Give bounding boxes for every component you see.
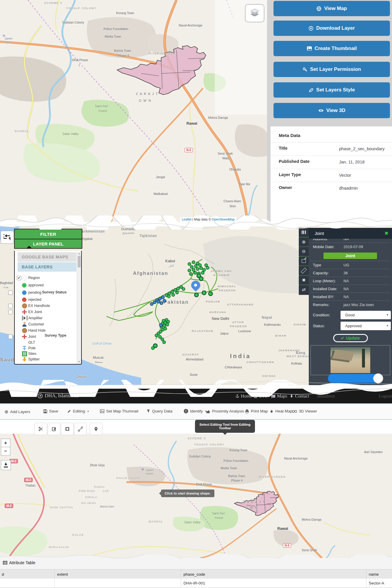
survey-map-section[interactable]: TurkmenistanAshgabatDushanbeДушанбеTajik… bbox=[0, 226, 392, 385]
column-header-name[interactable]: name bbox=[366, 569, 392, 579]
scroll-up-icon[interactable]: ▲ bbox=[77, 252, 81, 255]
map-label: Chhindwara bbox=[225, 365, 242, 369]
cut-tool-button[interactable] bbox=[34, 423, 47, 435]
legend-checkbox[interactable] bbox=[8, 335, 13, 339]
attribute-columns-icon[interactable] bbox=[299, 228, 309, 238]
popup-bottom-button[interactable] bbox=[328, 374, 380, 383]
pencil-icon bbox=[67, 409, 71, 413]
survey-marker[interactable] bbox=[167, 295, 171, 298]
export-icon[interactable] bbox=[299, 257, 309, 266]
set-layers-style-button[interactable]: Set Layers Style bbox=[273, 82, 390, 98]
zoom-out-button[interactable]: − bbox=[1, 447, 10, 456]
survey-marker[interactable] bbox=[166, 323, 169, 326]
survey-marker[interactable] bbox=[155, 334, 158, 337]
survey-marker[interactable] bbox=[194, 271, 197, 275]
nav-item-user[interactable]: dhaadmin bbox=[317, 393, 335, 399]
attribute-table-section: Attribute Table d extent phase_code name… bbox=[0, 558, 392, 588]
nav-item-home[interactable]: Home bbox=[235, 393, 252, 399]
legend-checkbox[interactable]: ✔ bbox=[17, 276, 21, 280]
survey-marker[interactable] bbox=[208, 291, 213, 296]
editing-map[interactable]: SCHEME 3YOUSAF COLONYKorang TownGulistan… bbox=[0, 434, 392, 558]
nav-item-logout[interactable]: Logout bbox=[379, 393, 392, 399]
survey-marker[interactable] bbox=[194, 293, 199, 297]
base-layers-header[interactable]: BASE LAYERS bbox=[18, 262, 76, 272]
print-map-button[interactable]: Print Map bbox=[245, 409, 268, 413]
query-data-button[interactable]: Query Data bbox=[146, 409, 172, 413]
zoom-out-icon[interactable]: ⊖ bbox=[299, 247, 309, 257]
map-label: New Delhi bbox=[212, 316, 229, 321]
brand[interactable]: DHA, Islamabad bbox=[38, 393, 79, 399]
nav-item-maps[interactable]: Maps bbox=[271, 393, 287, 399]
heat-map-button[interactable]: Heat Map bbox=[270, 409, 293, 413]
panel-toggle-button[interactable] bbox=[1, 231, 14, 244]
nav-item-etl[interactable]: ETL bbox=[253, 393, 267, 399]
survey-marker[interactable] bbox=[189, 272, 193, 276]
survey-marker[interactable] bbox=[182, 287, 185, 291]
map-label: RAJASTHAN bbox=[192, 329, 213, 333]
survey-marker[interactable] bbox=[161, 295, 165, 299]
survey-marker[interactable] bbox=[196, 267, 199, 271]
survey-marker[interactable] bbox=[202, 290, 206, 295]
column-header-phase-code[interactable]: phase_code bbox=[181, 569, 366, 579]
google-base-maps-header[interactable]: GOOGLE BASE MAPS bbox=[18, 252, 76, 262]
survey-marker[interactable] bbox=[171, 293, 175, 297]
survey-marker[interactable] bbox=[162, 340, 166, 344]
survey-marker[interactable] bbox=[164, 327, 167, 330]
map-label: PIND DADU bbox=[79, 490, 95, 492]
survey-marker[interactable] bbox=[175, 291, 179, 294]
download-map-button[interactable] bbox=[1, 460, 11, 470]
save-button[interactable]: Save bbox=[43, 409, 58, 413]
layer-panel-tab[interactable]: LAYER PANEL bbox=[14, 239, 82, 249]
leaflet-link[interactable]: Leaflet bbox=[182, 218, 191, 221]
nav-item-contact[interactable]: Contact bbox=[290, 393, 309, 399]
survey-marker[interactable] bbox=[160, 301, 163, 305]
set-layer-permission-button[interactable]: Set Layer Permission bbox=[273, 62, 390, 77]
table-row[interactable]: DHA-IR-001 Sector-A bbox=[0, 579, 392, 588]
metadata-card: Meta Data Title phase_2_sec_boundary Pub… bbox=[271, 126, 392, 222]
legend-checkbox[interactable] bbox=[8, 310, 13, 314]
survey-marker[interactable] bbox=[151, 346, 155, 350]
column-header-id[interactable]: d bbox=[0, 569, 54, 579]
filter-tab[interactable]: FILTER bbox=[14, 229, 82, 239]
clear-icon[interactable]: ✖ bbox=[299, 276, 309, 285]
survey-marker[interactable] bbox=[206, 266, 209, 270]
popup-close-icon[interactable]: ✖ bbox=[385, 230, 388, 236]
site-photo[interactable] bbox=[331, 347, 370, 373]
download-layer-button[interactable]: Download Layer bbox=[273, 21, 390, 36]
layers-control-button[interactable] bbox=[245, 4, 264, 22]
set-map-thumbnail-button[interactable]: Set Map Thumnail bbox=[100, 409, 138, 413]
update-button[interactable]: ✔ Update bbox=[333, 334, 368, 342]
column-header-extent[interactable]: extent bbox=[54, 569, 181, 579]
legend-checkbox[interactable] bbox=[8, 304, 13, 308]
3d-viewer-button[interactable]: 3D Viewer bbox=[292, 409, 317, 413]
survey-marker[interactable] bbox=[201, 271, 204, 275]
survey-marker[interactable] bbox=[150, 302, 154, 306]
condition-select[interactable]: Good ▾ bbox=[341, 311, 391, 319]
view-3d-button[interactable]: View 3D bbox=[273, 103, 390, 118]
survey-marker[interactable] bbox=[188, 269, 191, 272]
survey-marker[interactable] bbox=[163, 299, 166, 303]
line-tool-button[interactable] bbox=[74, 423, 87, 435]
edit-feature-tool-button[interactable] bbox=[48, 423, 60, 435]
openstreetmap-link[interactable]: OpenStreetMap bbox=[212, 218, 235, 221]
identify-menu[interactable]: ! Identify▾ bbox=[184, 409, 206, 413]
status-select[interactable]: Approved ▾ bbox=[341, 322, 391, 330]
create-thumbnail-button[interactable]: Create Thumbnail bbox=[273, 41, 390, 56]
refresh-swap-icon[interactable]: ⇄ bbox=[299, 285, 309, 294]
marker-tool-button[interactable] bbox=[90, 423, 102, 435]
legend-checkbox[interactable] bbox=[8, 290, 13, 295]
add-layers-button[interactable]: ⊕ Add Layers bbox=[4, 409, 30, 415]
zoom-in-button[interactable]: + bbox=[1, 439, 10, 447]
survey-marker[interactable] bbox=[199, 276, 203, 281]
proximity-analysis-menu[interactable]: Proximity Analysis▾ bbox=[206, 409, 248, 413]
editing-menu[interactable]: Editing▾ bbox=[67, 409, 89, 413]
rectangle-tool-button[interactable] bbox=[61, 423, 74, 435]
view-map-button[interactable]: View Map bbox=[273, 1, 390, 16]
zoom-in-icon[interactable]: ⊕ bbox=[299, 238, 309, 247]
legend-item: Pole bbox=[8, 345, 79, 351]
layer-preview-map[interactable]: SCHEME 3YOUSAF COLONYKorang TownGulistan… bbox=[0, 0, 267, 222]
scrollbar-thumb[interactable] bbox=[78, 256, 81, 268]
survey-marker[interactable] bbox=[159, 323, 163, 327]
measure-ruler-icon[interactable] bbox=[299, 266, 309, 276]
survey-marker[interactable] bbox=[192, 260, 195, 264]
